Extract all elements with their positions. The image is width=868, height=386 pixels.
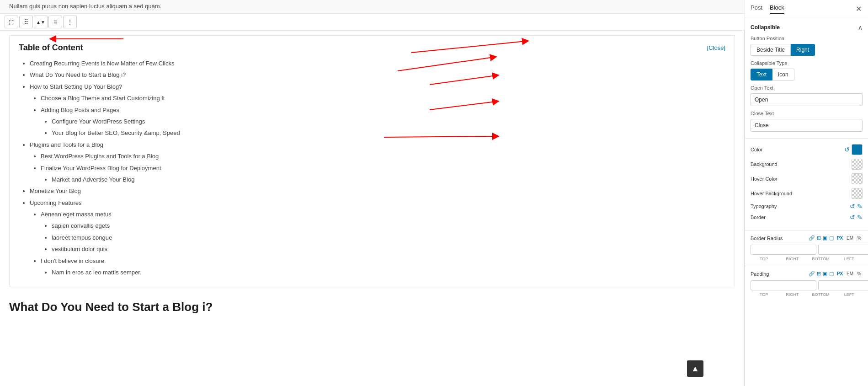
toc-link[interactable]: laoreet tempus congue — [52, 234, 112, 241]
list-item: Plugins and Tools for a Blog Best WordPr… — [30, 139, 725, 185]
beside-title-button[interactable]: Beside Title — [751, 44, 791, 56]
hover-color-row: Hover Color — [751, 173, 863, 184]
scroll-to-top-button[interactable]: ▲ — [687, 360, 703, 377]
more-options-button[interactable]: ⋮ — [63, 16, 77, 28]
list-item: Finalize Your WordPress Blog for Deploym… — [41, 163, 725, 185]
border-radius-icon2-button[interactable]: ⊞ — [817, 235, 821, 241]
icon-type-button[interactable]: Icon — [772, 69, 794, 80]
panel-close-button[interactable]: ✕ — [855, 4, 863, 14]
padding-icon4-button[interactable]: ▢ — [829, 271, 834, 277]
list-item: Monetize Your Blog — [30, 186, 725, 196]
section-toggle-button[interactable]: ∧ — [858, 24, 863, 31]
padding-icon3-button[interactable]: ▣ — [823, 271, 827, 277]
padding-right-label: RIGHT — [779, 292, 805, 297]
toc-link[interactable]: How to Start Setting Up Your Blog? — [30, 83, 122, 90]
toc-link[interactable]: Creating Recurring Events is Now Matter … — [30, 60, 174, 67]
toc-sublist: Aenean eget massa metus sapien convallis… — [30, 209, 725, 278]
radius-top-input[interactable] — [751, 245, 816, 255]
toc-link[interactable]: Monetize Your Blog — [30, 188, 81, 194]
text-type-button[interactable]: Text — [751, 69, 772, 80]
color-reset-button[interactable]: ↺ — [844, 146, 850, 153]
border-radius-label: Border Radius — [751, 236, 783, 241]
typography-controls: ↺ ✎ — [850, 203, 863, 210]
unit-px-button[interactable]: PX — [836, 235, 844, 241]
border-row: Border ↺ ✎ — [751, 214, 863, 221]
toc-sublist: Best WordPress Plugins and Tools for a B… — [30, 151, 725, 185]
toc-close-link[interactable]: [Close] — [707, 44, 725, 51]
typography-edit-button[interactable]: ✎ — [857, 203, 863, 210]
block-selector-button[interactable]: ⬚ — [5, 16, 18, 28]
close-text-label: Close Text — [751, 111, 863, 116]
toc-link[interactable]: Plugins and Tools for a Blog — [30, 141, 103, 148]
toc-link[interactable]: sapien convallis egets — [52, 222, 110, 229]
padding-unit-percent-button[interactable]: % — [856, 271, 863, 277]
padding-unit-px-button[interactable]: PX — [836, 271, 844, 277]
toc-link[interactable]: Best WordPress Plugins and Tools for a B… — [41, 153, 159, 160]
move-updown-button[interactable]: ▲▼ — [34, 16, 48, 28]
main-content: Table of Content [Close] Creating Recurr… — [0, 31, 745, 386]
typography-reset-button[interactable]: ↺ — [850, 203, 855, 210]
align-button[interactable]: ≡ — [48, 16, 62, 28]
toc-header: Table of Content [Close] — [19, 43, 725, 53]
background-swatch[interactable] — [852, 159, 863, 170]
toc-link[interactable]: Choose a Blog Theme and Start Customizin… — [41, 95, 165, 102]
radius-right-label: RIGHT — [779, 257, 805, 261]
toc-link[interactable]: Market and Advertise Your Blog — [52, 176, 134, 183]
border-radius-section: Border Radius 🔗 ⊞ ▣ ▢ PX EM % 👁 TOP RI — [745, 231, 868, 266]
padding-icon2-button[interactable]: ⊞ — [817, 271, 821, 277]
padding-unit-switcher: PX EM % — [836, 271, 863, 277]
collapsible-section: Collapsible ∧ Button Position Beside Tit… — [745, 18, 868, 139]
hover-color-swatch[interactable] — [852, 173, 863, 184]
color-controls: ↺ — [844, 144, 863, 155]
unit-em-button[interactable]: EM — [845, 235, 855, 241]
toc-link[interactable]: Configure Your WordPress Settings — [52, 118, 145, 125]
toc-link[interactable]: What Do You Need to Start a Blog i? — [30, 71, 126, 78]
color-swatch[interactable] — [852, 144, 863, 155]
toc-link[interactable]: Your Blog for Better SEO, Security &amp;… — [52, 129, 180, 136]
list-item: Choose a Blog Theme and Start Customizin… — [41, 93, 725, 103]
tab-block[interactable]: Block — [770, 4, 784, 14]
tab-post[interactable]: Post — [751, 4, 762, 14]
background-row: Background — [751, 159, 863, 170]
toc-link[interactable]: Aenean eget massa metus — [41, 211, 112, 218]
panel-tabs: Post Block — [751, 4, 784, 14]
toc-link[interactable]: Upcoming Features — [30, 199, 81, 206]
toc-link[interactable]: Adding Blog Posts and Pages — [41, 107, 119, 113]
border-radius-icon4-button[interactable]: ▢ — [829, 235, 834, 241]
border-edit-button[interactable]: ✎ — [857, 214, 863, 221]
toc-sublist: Choose a Blog Theme and Start Customizin… — [30, 93, 725, 139]
border-label: Border — [751, 214, 766, 220]
padding-section: Padding 🔗 ⊞ ▣ ▢ PX EM % 👁 TOP RIGHT — [745, 266, 868, 301]
padding-top-input[interactable] — [751, 280, 816, 290]
top-text: Nullam quis purus non sapien luctus aliq… — [0, 0, 745, 14]
padding-link-button[interactable]: 🔗 — [809, 271, 815, 277]
hover-background-label: Hover Background — [751, 191, 792, 196]
unit-percent-button[interactable]: % — [856, 235, 863, 241]
padding-unit-em-button[interactable]: EM — [845, 271, 855, 277]
toc-link[interactable]: Nam in eros ac leo mattis semper. — [52, 269, 142, 276]
collapsible-type-label: Collapsible Type — [751, 60, 863, 66]
section-header: Collapsible ∧ — [751, 24, 863, 31]
toc-link[interactable]: I don't believe in closure. — [41, 257, 106, 264]
open-text-input[interactable] — [751, 93, 863, 106]
border-reset-button[interactable]: ↺ — [850, 214, 855, 221]
radius-labels: TOP RIGHT BOTTOM LEFT — [751, 257, 863, 261]
toc-link[interactable]: Finalize Your WordPress Blog for Deploym… — [41, 165, 161, 172]
unit-switcher: PX EM % — [836, 235, 863, 241]
list-item: I don't believe in closure. Nam in eros … — [41, 256, 725, 278]
padding-top-label: TOP — [751, 292, 777, 297]
border-radius-link-button[interactable]: 🔗 — [809, 235, 815, 241]
radius-right-input[interactable] — [818, 245, 868, 255]
button-position-label: Button Position — [751, 36, 863, 41]
toc-link[interactable]: vestibulum dolor quis — [52, 246, 107, 252]
close-text-input[interactable] — [751, 119, 863, 132]
list-item: Upcoming Features Aenean eget massa metu… — [30, 198, 725, 278]
border-radius-icon3-button[interactable]: ▣ — [823, 235, 827, 241]
padding-right-input[interactable] — [818, 280, 868, 290]
toc-subsublist: Configure Your WordPress Settings Your B… — [41, 116, 725, 139]
drag-handle-button[interactable]: ⠿ — [19, 16, 33, 28]
list-item: laoreet tempus congue — [52, 232, 725, 243]
right-button[interactable]: Right — [791, 44, 815, 56]
list-item: sapien convallis egets — [52, 220, 725, 231]
hover-background-swatch[interactable] — [852, 188, 863, 199]
